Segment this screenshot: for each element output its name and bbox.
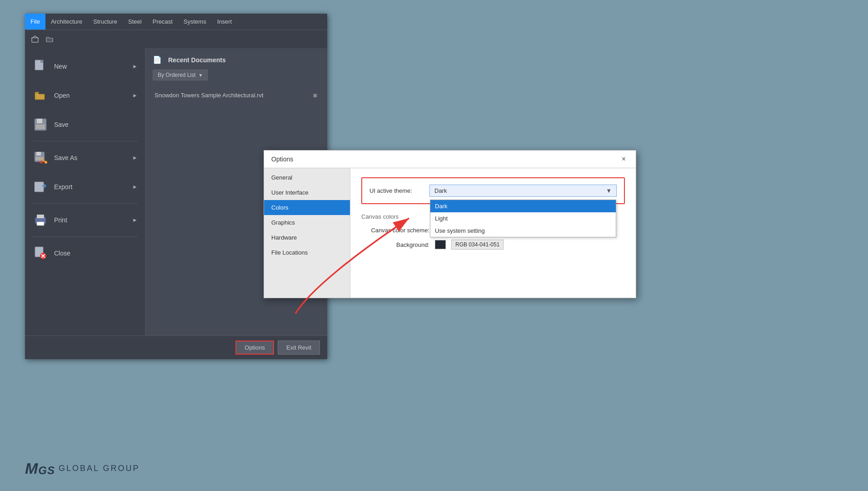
dialog-sidebar: General User Interface Colors Graphics H… bbox=[264, 168, 350, 298]
theme-option-light[interactable]: Light bbox=[430, 212, 616, 225]
filter-label: By Ordered List bbox=[158, 72, 195, 78]
theme-dropdown-arrow-icon: ▼ bbox=[606, 187, 612, 194]
theme-option-dark[interactable]: Dark bbox=[430, 200, 616, 212]
theme-dropdown-list: Dark Light Use system setting bbox=[430, 200, 616, 237]
dialog-sidebar-file-locations[interactable]: File Locations bbox=[264, 245, 350, 260]
theme-section: UI active theme: Dark ▼ Dark Light Use s… bbox=[361, 177, 625, 204]
menu-bar-structure[interactable]: Structure bbox=[88, 14, 123, 30]
sidebar-item-new[interactable]: New ► bbox=[25, 52, 145, 81]
svg-rect-4 bbox=[37, 119, 42, 123]
sidebar-item-export[interactable]: Export ► bbox=[25, 172, 145, 201]
canvas-color-scheme-label: Canvas color scheme: bbox=[361, 227, 429, 234]
sidebar-item-close[interactable]: Close bbox=[25, 239, 145, 268]
close-file-icon bbox=[32, 245, 49, 261]
sidebar-item-saveas-label: Save As bbox=[54, 154, 77, 161]
menu-bar-precast[interactable]: Precast bbox=[147, 14, 178, 30]
sidebar-item-open[interactable]: Open ► bbox=[25, 81, 145, 110]
mgs-logo-text: MGS bbox=[25, 460, 55, 477]
dialog-sidebar-user-interface[interactable]: User Interface bbox=[264, 185, 350, 200]
theme-option-system[interactable]: Use system setting bbox=[430, 225, 616, 237]
sidebar-item-open-label: Open bbox=[54, 92, 70, 99]
open-icon bbox=[32, 87, 49, 104]
recent-doc-name: Snowdon Towers Sample Architectural.rvt bbox=[155, 92, 313, 99]
filter-arrow-icon: ▼ bbox=[198, 73, 203, 78]
svg-rect-0 bbox=[32, 38, 38, 42]
home-icon[interactable] bbox=[29, 33, 41, 45]
svg-rect-13 bbox=[37, 215, 44, 218]
background-row: Background: RGB 034-041-051 bbox=[361, 240, 625, 250]
saveas-icon bbox=[32, 150, 49, 166]
background-color-swatch[interactable] bbox=[435, 240, 446, 249]
ui-theme-label: UI active theme: bbox=[369, 187, 424, 194]
options-dialog: Options × General User Interface Colors … bbox=[264, 150, 636, 298]
menu-bar-systems[interactable]: Systems bbox=[178, 14, 212, 30]
dialog-sidebar-colors[interactable]: Colors bbox=[264, 200, 350, 215]
theme-row: UI active theme: Dark ▼ Dark Light Use s… bbox=[369, 185, 617, 197]
sidebar-item-close-label: Close bbox=[54, 250, 70, 257]
svg-rect-11 bbox=[35, 182, 44, 192]
exit-revit-button[interactable]: Exit Revit bbox=[278, 341, 320, 355]
dialog-sidebar-graphics[interactable]: Graphics bbox=[264, 215, 350, 230]
sidebar-item-print-label: Print bbox=[54, 216, 67, 224]
svg-rect-7 bbox=[36, 152, 41, 155]
dialog-sidebar-hardware[interactable]: Hardware bbox=[264, 230, 350, 245]
open-arrow-icon: ► bbox=[132, 92, 138, 99]
menu-bar-steel[interactable]: Steel bbox=[123, 14, 147, 30]
global-group-text: GLOBAL GROUP bbox=[59, 464, 140, 473]
menu-bar-file[interactable]: File bbox=[25, 14, 45, 30]
sidebar-item-save[interactable]: Save bbox=[25, 110, 145, 139]
print-icon bbox=[32, 212, 49, 228]
filter-dropdown[interactable]: By Ordered List ▼ bbox=[153, 70, 208, 80]
options-button[interactable]: Options bbox=[235, 341, 274, 355]
svg-rect-10 bbox=[40, 161, 43, 163]
dialog-titlebar: Options × bbox=[264, 150, 636, 168]
file-menu-footer: Options Exit Revit bbox=[25, 336, 327, 359]
recent-docs-header: 📄 Recent Documents bbox=[153, 55, 320, 64]
background-color-value: RGB 034-041-051 bbox=[451, 240, 504, 250]
svg-rect-5 bbox=[36, 125, 45, 129]
menu-bar: File Architecture Structure Steel Precas… bbox=[25, 14, 327, 30]
file-sidebar: New ► Open ► bbox=[25, 48, 145, 336]
sidebar-item-new-label: New bbox=[54, 63, 67, 70]
new-arrow-icon: ► bbox=[132, 63, 138, 70]
export-arrow-icon: ► bbox=[132, 184, 138, 190]
recent-docs-icon: 📄 bbox=[153, 55, 162, 64]
dialog-sidebar-general[interactable]: General bbox=[264, 170, 350, 185]
sidebar-item-print[interactable]: Print ► bbox=[25, 205, 145, 235]
svg-rect-14 bbox=[37, 222, 44, 225]
folder-icon[interactable] bbox=[43, 33, 56, 45]
new-icon bbox=[32, 58, 49, 75]
theme-dropdown-value: Dark bbox=[434, 187, 447, 194]
dialog-content: UI active theme: Dark ▼ Dark Light Use s… bbox=[350, 168, 636, 298]
print-arrow-icon: ► bbox=[132, 217, 138, 223]
menu-bar-architecture[interactable]: Architecture bbox=[45, 14, 88, 30]
background-label: Background: bbox=[361, 241, 429, 248]
dialog-body: General User Interface Colors Graphics H… bbox=[264, 168, 636, 298]
sidebar-divider-3 bbox=[32, 236, 138, 237]
svg-point-9 bbox=[45, 161, 47, 164]
export-icon bbox=[32, 179, 49, 195]
mgs-logo: MGS GLOBAL GROUP bbox=[25, 460, 140, 477]
dialog-close-button[interactable]: × bbox=[619, 154, 629, 164]
saveas-arrow-icon: ► bbox=[132, 155, 138, 161]
save-icon bbox=[32, 116, 49, 133]
menu-bar-insert[interactable]: Insert bbox=[212, 14, 238, 30]
dialog-title: Options bbox=[271, 155, 293, 163]
sidebar-divider-1 bbox=[32, 141, 138, 141]
sidebar-item-export-label: Export bbox=[54, 183, 72, 190]
recent-doc-item[interactable]: Snowdon Towers Sample Architectural.rvt … bbox=[153, 88, 320, 102]
sidebar-item-saveas[interactable]: Save As ► bbox=[25, 143, 145, 172]
quick-access-toolbar bbox=[25, 30, 327, 48]
ui-theme-dropdown[interactable]: Dark ▼ Dark Light Use system setting bbox=[429, 185, 617, 197]
sidebar-item-save-label: Save bbox=[54, 121, 69, 128]
recent-docs-title: Recent Documents bbox=[168, 56, 226, 64]
sidebar-divider-2 bbox=[32, 203, 138, 204]
